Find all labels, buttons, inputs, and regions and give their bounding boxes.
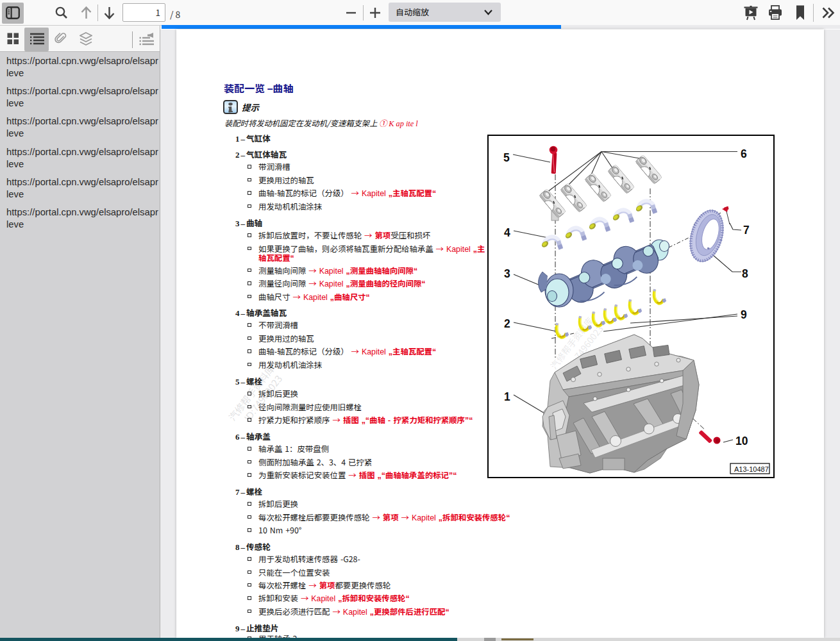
svg-text:A13-10487: A13-10487 — [734, 465, 769, 473]
svg-text:10: 10 — [735, 435, 748, 447]
svg-text:1: 1 — [504, 390, 510, 403]
svg-text:2: 2 — [504, 317, 510, 330]
svg-text:9: 9 — [741, 308, 747, 321]
svg-text:7: 7 — [743, 224, 750, 237]
svg-text:3: 3 — [504, 267, 510, 280]
svg-text:6: 6 — [741, 147, 747, 160]
svg-text:4: 4 — [504, 226, 510, 239]
svg-text:8: 8 — [742, 267, 748, 280]
svg-text:5: 5 — [503, 151, 510, 164]
